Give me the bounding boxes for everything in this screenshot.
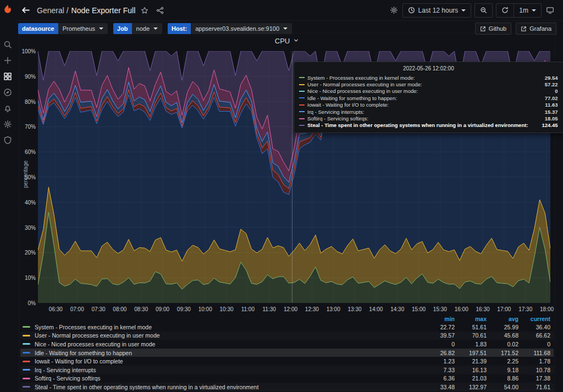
link-label: Grafana [529,25,551,32]
x-tick-label: 14:00 [369,306,383,312]
series-color-marker [299,91,305,92]
chart-tooltip: 2022-05-26 12:02:00 System - Processes e… [294,62,563,133]
legend-column-avg[interactable]: avg [487,316,518,322]
series-color-marker [23,352,30,354]
zoom-out-button[interactable] [474,3,493,18]
legend-value-avg: 25.99 [487,324,518,330]
legend-series-label[interactable]: Softirq - Servicing softirqs [35,375,423,382]
x-tick-label: 07:30 [92,306,106,312]
legend-column-min[interactable]: min [423,316,455,322]
x-tick-label: 15:30 [433,306,447,312]
y-tick-label: 100% [19,48,36,54]
x-tick-label: 09:00 [156,306,169,312]
tooltip-series-value: 11.63 [534,102,558,108]
mark-favorite-button[interactable] [137,3,152,18]
tooltip-series-label: User - Normal processes executing in use… [307,81,422,87]
legend-column-current[interactable]: current [518,316,550,322]
link-grafana[interactable]: Grafana [516,23,556,35]
legend-value-current: 111.68 [518,350,550,356]
legend-rows: System - Processes executing in kernel m… [20,323,554,391]
sidebar-item-explore[interactable] [0,84,15,100]
legend-column-max[interactable]: max [455,316,487,322]
legend-series-label[interactable]: Idle - Waiting for something to happen [35,350,423,356]
tooltip-series-label: Softirq - Servicing softirqs: [307,115,368,122]
x-tick-label: 17:30 [518,306,532,312]
tooltip-series-label: System - Processes executing in kernel m… [307,75,415,81]
chevron-down-icon [532,9,536,12]
legend-value-max: 197.51 [455,350,487,356]
refresh-button[interactable] [496,3,514,18]
submenu-links: GithubGrafana [475,23,556,35]
y-tick-label: 50% [19,174,36,180]
kiosk-mode-button[interactable] [543,3,558,18]
submenu-variables: datasourcePrometheusJobnodeHost:appserve… [18,23,292,34]
dashboard-submenu: datasourcePrometheusJobnodeHost:appserve… [18,23,556,35]
clock-icon [408,7,415,14]
tooltip-row-softirq: Softirq - Servicing softirqs:18.05 [299,115,558,122]
variable-value-dropdown[interactable]: node [132,23,162,34]
series-color-marker [23,369,30,371]
breadcrumb-title[interactable]: Node Exporter Full [71,6,136,15]
tooltip-series-label: Iowait - Waiting for I/O to complete: [307,102,389,108]
dashboard-settings-button[interactable] [387,3,401,18]
legend-row-idle: Idle - Waiting for something to happen26… [20,349,554,357]
arrow-left-icon [21,5,30,15]
legend-row-softirq: Softirq - Servicing softirqs6.3621.038.8… [20,374,554,383]
tooltip-series-value: 0 [544,88,558,94]
sidebar-item-dashboards[interactable] [0,68,15,84]
chevron-down-icon [461,9,466,12]
panel-title-button[interactable]: CPU [19,34,555,48]
sidebar-item-alerting[interactable] [0,100,15,116]
x-tick-label: 16:30 [476,306,490,312]
x-tick-label: 13:30 [348,306,362,312]
series-color-marker [23,343,30,345]
breadcrumb-section[interactable]: General / [37,6,69,15]
chevron-down-icon [283,27,288,30]
link-github[interactable]: Github [475,23,511,35]
variable-label: Host: [168,23,191,34]
legend-series-label[interactable]: User - Normal processes executing in use… [35,332,423,339]
legend-row-user: User - Normal processes executing in use… [20,332,554,340]
legend-value-avg: 8.86 [487,375,518,382]
legend-value-avg: 45.68 [487,332,518,339]
series-color-marker [23,335,30,336]
breadcrumb[interactable]: General / Node Exporter Full [37,6,135,15]
legend-series-label[interactable]: Irq - Servicing interrupts [35,367,423,373]
legend-value-current: 10.78 [518,367,550,373]
sidebar-item-server-admin[interactable] [0,132,15,148]
sidebar-item-search[interactable] [0,36,15,52]
share-dashboard-button[interactable] [153,3,167,18]
legend-series-label[interactable]: Nice - Niced processes executing in user… [35,341,423,347]
variable-value-dropdown[interactable]: appserver03.svealiden.se:9100 [191,23,292,34]
tooltip-series-label: Irq - Servicing interrupts: [307,109,364,115]
legend-series-label[interactable]: Iowait - Waiting for I/O to complete [35,358,423,365]
legend-value-min: 1.23 [423,358,455,365]
tooltip-series-value: 29.54 [534,75,558,81]
grafana-logo[interactable] [0,0,15,21]
legend-value-min: 33.48 [423,384,455,390]
legend-series-label[interactable]: System - Processes executing in kernel m… [35,324,423,330]
crosshair-line [292,51,292,303]
time-range-label: Last 12 hours [418,7,459,14]
legend-value-avg: 0.02 [487,341,518,347]
sidebar-item-add[interactable] [0,52,15,68]
legend-series-label[interactable]: Steal - Time spent in other operating sy… [35,384,423,390]
legend-value-avg: 171.52 [487,350,518,356]
legend-value-max: 16.13 [455,367,487,373]
sidebar-item-configuration[interactable] [0,116,15,132]
variable-value-dropdown[interactable]: Prometheus [58,23,108,34]
legend-value-avg: 2.25 [487,358,518,365]
sidebar-icon-list [0,36,15,148]
x-tick-label: 09:30 [177,306,191,312]
refresh-interval-button[interactable]: 1m [514,3,542,18]
external-link-icon [521,26,527,32]
series-color-marker [299,118,305,119]
tooltip-series-value: 18.05 [534,115,558,122]
back-button[interactable] [18,3,34,18]
tooltip-series-label: Nice - Niced processes executing in user… [307,88,418,94]
legend-value-avg: 54.00 [487,384,518,390]
add-icon [3,56,12,65]
time-picker-button[interactable]: Last 12 hours [402,3,472,18]
x-tick-label: 10:00 [198,306,212,312]
panel-title: CPU [275,37,290,45]
